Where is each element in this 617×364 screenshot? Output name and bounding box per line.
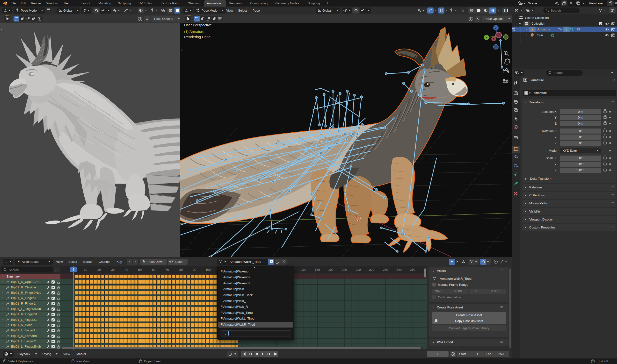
svg-text:Rendering Done: Rendering Done <box>184 35 211 39</box>
svg-text:User Perspective: User Perspective <box>184 23 212 27</box>
svg-text:(1) Armature: (1) Armature <box>184 29 204 34</box>
svg-text:Z: Z <box>495 26 497 29</box>
svg-text:Y: Y <box>485 36 487 39</box>
svg-text:›: › <box>1 27 2 31</box>
svg-text:‹›: ‹› <box>181 48 183 52</box>
svg-text:X: X <box>493 38 495 40</box>
